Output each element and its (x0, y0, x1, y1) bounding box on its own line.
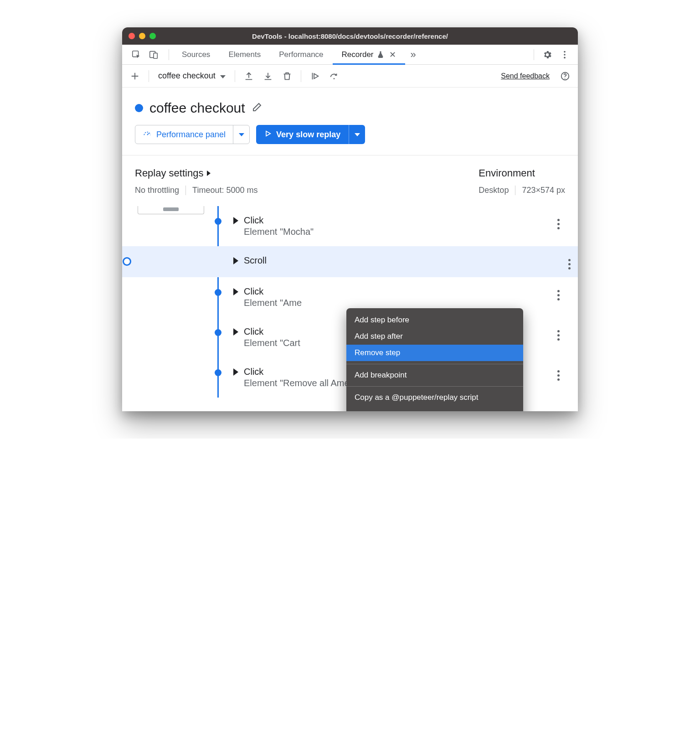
minimize-window-button[interactable] (139, 33, 145, 39)
more-options-icon[interactable] (557, 47, 572, 62)
step-title: Click (244, 367, 263, 377)
edit-title-icon[interactable] (252, 102, 262, 114)
step-row[interactable]: Click Element "Mocha" (213, 206, 567, 246)
ctx-copy-puppeteer[interactable]: Copy as a @puppeteer/replay script (346, 389, 523, 406)
ctx-add-step-after[interactable]: Add step after (346, 328, 523, 345)
replay-settings-toggle[interactable]: Replay settings (135, 167, 257, 179)
svg-point-6 (333, 78, 335, 79)
recording-status-dot (135, 104, 143, 112)
recorder-toolbar: coffee checkout Send feedback (122, 65, 578, 88)
divider (301, 70, 301, 82)
panel-tabstrip: Sources Elements Performance Recorder ✕ … (122, 45, 578, 65)
divider (346, 386, 523, 387)
tab-recorder[interactable]: Recorder ✕ (333, 45, 405, 64)
replay-button[interactable]: Very slow replay (256, 125, 365, 144)
recording-title: coffee checkout (149, 100, 245, 116)
chevron-down-icon (220, 71, 226, 81)
step-row[interactable]: Scroll (122, 246, 578, 277)
step-menu-icon[interactable] (555, 327, 562, 343)
expand-icon[interactable] (233, 288, 238, 295)
export-icon[interactable] (241, 68, 257, 84)
step-menu-icon[interactable] (555, 287, 562, 303)
context-menu: Add step before Add step after Remove st… (346, 308, 523, 411)
step-subtitle: Element "Cart (244, 338, 300, 348)
divider (515, 186, 515, 195)
step-menu-icon[interactable] (555, 367, 562, 383)
svg-point-3 (564, 51, 566, 52)
divider (346, 364, 523, 364)
step-subtitle: Element "Mocha" (244, 227, 314, 237)
divider (235, 70, 235, 82)
ctx-add-breakpoint[interactable]: Add breakpoint (346, 367, 523, 383)
timeout-value: Timeout: 5000 ms (192, 186, 257, 195)
step-menu-icon[interactable] (555, 216, 562, 232)
tab-performance[interactable]: Performance (270, 45, 332, 64)
step-node (215, 218, 221, 225)
divider (169, 49, 169, 60)
ctx-add-step-before[interactable]: Add step before (346, 312, 523, 328)
titlebar: DevTools - localhost:8080/docs/devtools/… (122, 27, 578, 45)
chevron-right-icon (207, 171, 211, 176)
screenshot-thumbnail (138, 206, 204, 214)
recording-name: coffee checkout (158, 71, 216, 81)
tab-label: Elements (228, 50, 261, 59)
throttling-value: No throttling (135, 186, 179, 195)
env-dimensions: 723×574 px (522, 186, 565, 195)
step-title: Scroll (244, 255, 267, 266)
env-device: Desktop (479, 186, 509, 195)
send-feedback-link[interactable]: Send feedback (496, 72, 554, 80)
chevron-right-icon: › (513, 409, 516, 411)
performance-panel-button[interactable]: Performance panel (135, 125, 250, 144)
tab-sources[interactable]: Sources (173, 45, 219, 64)
ctx-remove-step[interactable]: Remove step (346, 345, 523, 361)
settings-row: Replay settings No throttling Timeout: 5… (122, 155, 578, 206)
play-icon (264, 130, 272, 140)
import-icon[interactable] (260, 68, 276, 84)
tab-elements[interactable]: Elements (219, 45, 270, 64)
replay-dropdown-caret[interactable] (349, 125, 365, 144)
step-node (215, 289, 221, 296)
button-label: Performance panel (156, 130, 226, 140)
step-node (123, 257, 131, 266)
expand-icon[interactable] (233, 368, 238, 376)
recording-dropdown[interactable]: coffee checkout (154, 71, 229, 81)
step-node (215, 369, 221, 376)
new-recording-icon[interactable] (127, 68, 143, 84)
help-icon[interactable] (557, 68, 573, 84)
ctx-copy-as[interactable]: Copy as› (346, 406, 523, 411)
expand-icon[interactable] (233, 328, 238, 336)
step-menu-icon[interactable] (566, 256, 573, 272)
step-title: Click (244, 286, 263, 297)
window-title: DevTools - localhost:8080/docs/devtools/… (122, 32, 578, 40)
expand-icon[interactable] (233, 217, 238, 224)
divider (534, 49, 534, 60)
step-title: Click (244, 326, 263, 337)
tab-label: Recorder (342, 50, 374, 59)
divider (149, 70, 149, 82)
environment-heading: Environment (479, 167, 565, 179)
more-tabs-icon[interactable]: » (405, 49, 422, 61)
delete-icon[interactable] (279, 68, 295, 84)
expand-icon[interactable] (233, 257, 238, 264)
step-node (215, 329, 221, 336)
device-toolbar-icon[interactable] (146, 47, 161, 62)
step-over-icon[interactable] (326, 68, 342, 84)
step-subtitle: Element "Ame (244, 298, 302, 308)
divider (185, 186, 186, 195)
gauge-icon (143, 129, 152, 140)
inspect-element-icon[interactable] (129, 47, 144, 62)
svg-rect-2 (154, 53, 157, 58)
section-label: Environment (479, 167, 535, 179)
section-label: Replay settings (135, 167, 203, 179)
close-window-button[interactable] (129, 33, 135, 39)
settings-gear-icon[interactable] (540, 47, 555, 62)
perf-dropdown-caret[interactable] (233, 125, 249, 144)
continue-icon[interactable] (307, 68, 323, 84)
zoom-window-button[interactable] (149, 33, 156, 39)
button-label: Very slow replay (276, 130, 340, 140)
recording-header: coffee checkout Performance panel (122, 88, 578, 155)
close-tab-icon[interactable]: ✕ (387, 50, 396, 60)
tab-label: Performance (279, 50, 323, 59)
tab-label: Sources (182, 50, 210, 59)
traffic-lights (129, 33, 156, 39)
